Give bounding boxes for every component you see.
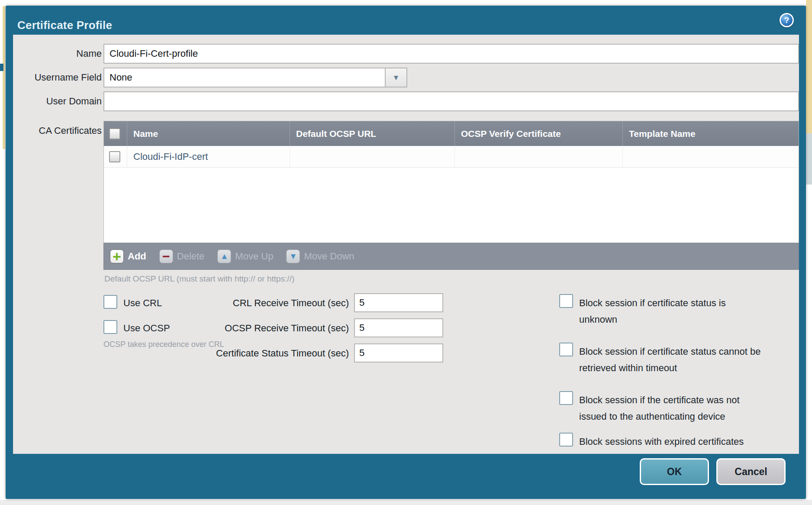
background-strip xyxy=(806,133,812,185)
block-status-not-retrieved-label: Block session if certificate status cann… xyxy=(579,343,798,376)
name-input[interactable] xyxy=(103,44,799,64)
username-field-dropdown[interactable]: ▼ xyxy=(103,68,407,87)
move-up-button-label: Move Up xyxy=(235,251,273,262)
background-strip xyxy=(3,6,5,149)
certificate-status-timeout-input[interactable] xyxy=(354,343,443,363)
row-cell-ocsp-verify-certificate[interactable] xyxy=(455,146,623,167)
move-up-icon: ▲ xyxy=(217,249,231,263)
certificate-profile-dialog: Certificate Profile ? Name Username Fiel… xyxy=(6,6,806,499)
delete-button[interactable]: − Delete xyxy=(159,249,205,263)
table-header-row: Name Default OCSP URL OCSP Verify Certif… xyxy=(104,121,799,146)
row-cell-default-ocsp-url[interactable] xyxy=(290,146,455,167)
username-field-value[interactable] xyxy=(103,68,386,87)
ca-certificates-table: Name Default OCSP URL OCSP Verify Certif… xyxy=(103,121,799,243)
background-strip xyxy=(806,0,812,133)
block-status-unknown-label: Block session if certificate status is u… xyxy=(579,295,798,328)
table-row[interactable]: Cloudi-Fi-IdP-cert xyxy=(104,146,799,168)
table-toolbar: + Add − Delete ▲ Move Up ▼ Move Down xyxy=(103,243,799,270)
ocsp-receive-timeout-label: OCSP Receive Timeout (sec) xyxy=(154,323,349,334)
username-field-dropdown-button[interactable]: ▼ xyxy=(385,68,407,87)
block-expired-checkbox[interactable] xyxy=(559,433,573,447)
block-status-not-retrieved-checkbox[interactable] xyxy=(559,343,573,356)
use-crl-checkbox[interactable] xyxy=(103,295,117,309)
certificate-status-timeout-label: Certificate Status Timeout (sec) xyxy=(154,348,349,359)
block-not-issued-checkbox[interactable] xyxy=(559,391,573,405)
column-header-template-name[interactable]: Template Name xyxy=(623,121,799,146)
select-all-checkbox[interactable] xyxy=(109,128,120,139)
move-down-button-label: Move Down xyxy=(304,251,354,262)
dialog-body: Name Username Field ▼ User Domain CA Cer… xyxy=(13,35,799,454)
block-expired-label: Block sessions with expired certificates xyxy=(579,434,798,450)
block-not-issued-label: Block session if the certificate was not… xyxy=(579,392,798,425)
name-label: Name xyxy=(19,48,102,59)
row-checkbox[interactable] xyxy=(109,151,120,162)
move-down-icon: ▼ xyxy=(286,249,300,263)
cancel-button[interactable]: Cancel xyxy=(716,458,786,485)
column-header-ocsp-verify-certificate[interactable]: OCSP Verify Certificate xyxy=(455,121,623,146)
row-cell-name[interactable]: Cloudi-Fi-IdP-cert xyxy=(127,146,290,167)
ocsp-receive-timeout-input[interactable] xyxy=(354,318,443,337)
column-header-name[interactable]: Name xyxy=(127,121,290,146)
user-domain-label: User Domain xyxy=(19,96,102,107)
add-button-label: Add xyxy=(128,251,146,262)
ca-certificates-label: CA Certificates xyxy=(19,125,102,136)
use-ocsp-checkbox[interactable] xyxy=(103,320,117,334)
move-up-button[interactable]: ▲ Move Up xyxy=(217,249,273,263)
move-down-button[interactable]: ▼ Move Down xyxy=(286,249,354,263)
background-strip xyxy=(0,500,812,505)
header-checkbox-cell xyxy=(104,121,127,146)
user-domain-input[interactable] xyxy=(103,91,799,111)
username-field-label: Username Field xyxy=(19,72,102,83)
crl-receive-timeout-label: CRL Receive Timeout (sec) xyxy=(154,298,349,309)
block-status-unknown-checkbox[interactable] xyxy=(559,294,573,308)
row-checkbox-cell xyxy=(104,146,127,167)
screen: Certificate Profile ? Name Username Fiel… xyxy=(0,0,812,505)
chevron-down-icon: ▼ xyxy=(393,74,400,81)
background-strip xyxy=(0,64,3,71)
crl-receive-timeout-input[interactable] xyxy=(354,293,443,312)
row-cell-template-name[interactable] xyxy=(623,146,799,167)
delete-button-label: Delete xyxy=(177,251,205,262)
column-header-default-ocsp-url[interactable]: Default OCSP URL xyxy=(290,121,455,146)
add-button[interactable]: + Add xyxy=(110,249,146,263)
add-icon: + xyxy=(110,249,124,263)
default-ocsp-url-hint: Default OCSP URL (must start with http:/… xyxy=(104,274,294,284)
delete-icon: − xyxy=(159,249,173,263)
dialog-title: Certificate Profile xyxy=(17,19,112,32)
help-icon[interactable]: ? xyxy=(780,13,794,27)
ok-button[interactable]: OK xyxy=(640,458,709,485)
